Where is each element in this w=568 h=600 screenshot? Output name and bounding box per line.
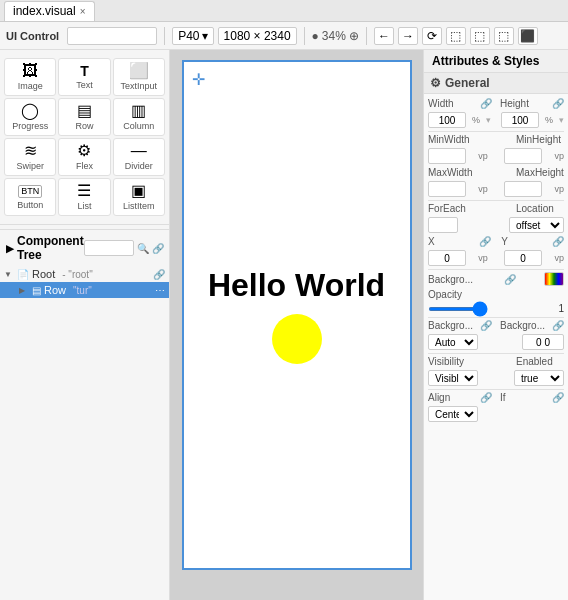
toolbar-search-input[interactable]: [67, 27, 157, 45]
bg3-input[interactable]: [522, 334, 564, 350]
tree-root-label: Root: [32, 268, 55, 280]
x-input[interactable]: [428, 250, 466, 266]
tree-chevron-row: ▶: [19, 286, 29, 295]
width-chevron[interactable]: ▾: [486, 115, 491, 125]
foreach-input[interactable]: [428, 217, 458, 233]
move-handle-icon[interactable]: ✛: [192, 70, 205, 89]
sep6: [428, 389, 564, 390]
align-label: Align: [428, 392, 476, 403]
tree-link-icon[interactable]: 🔗: [152, 243, 164, 254]
opacity-slider-row: 1: [428, 303, 564, 314]
tree-row-options-icon[interactable]: ⋯: [155, 285, 165, 296]
width-input[interactable]: [428, 112, 466, 128]
redo-btn[interactable]: →: [398, 27, 418, 45]
tree-header: ▶ Component Tree 🔍 🔗: [0, 230, 169, 266]
panel-divider: [0, 224, 169, 225]
maxwidth-unit: vp: [478, 184, 488, 194]
align-link-icon[interactable]: 🔗: [480, 392, 492, 403]
view-btn4[interactable]: ⬛: [518, 27, 538, 45]
align-select[interactable]: Center: [428, 406, 478, 422]
button-icon: BTN: [18, 185, 42, 198]
undo-icon: ←: [378, 29, 390, 43]
component-divider[interactable]: — Divider: [113, 138, 165, 176]
row-label: Row: [75, 121, 93, 131]
minwidth-label: MinWidth: [428, 134, 476, 145]
xy-label-row: X 🔗 Y 🔗: [428, 236, 564, 247]
foreach-label: ForEach: [428, 203, 476, 214]
component-image[interactable]: 🖼 Image: [4, 58, 56, 96]
hello-world-text: Hello World: [208, 267, 385, 304]
general-section-label: ⚙ General: [424, 73, 568, 94]
view-btn2[interactable]: ⬚: [470, 27, 490, 45]
tab-index-visual[interactable]: index.visual ×: [4, 1, 95, 21]
tree-search-input[interactable]: [84, 240, 134, 256]
x-unit: vp: [478, 253, 488, 263]
component-listitem[interactable]: ▣ ListItem: [113, 178, 165, 216]
bg-label: Backgro...: [428, 274, 476, 285]
refresh-btn[interactable]: ⟳: [422, 27, 442, 45]
view-btn3[interactable]: ⬚: [494, 27, 514, 45]
height-link-icon[interactable]: 🔗: [552, 98, 564, 109]
tree-search-icon[interactable]: 🔍: [137, 243, 149, 254]
resolution-btn[interactable]: 1080 × 2340: [218, 27, 297, 45]
enabled-select[interactable]: true: [514, 370, 564, 386]
component-flex[interactable]: ⚙ Flex: [58, 138, 110, 176]
y-link-icon[interactable]: 🔗: [552, 236, 564, 247]
y-input[interactable]: [504, 250, 542, 266]
minwidth-input-row: vp vp: [428, 148, 564, 164]
tree-title-text: Component Tree: [17, 234, 84, 262]
sep3: [428, 269, 564, 270]
tree-expand-icon: ▶: [6, 243, 14, 254]
tab-close-btn[interactable]: ×: [80, 6, 86, 17]
minheight-label: MinHeight: [516, 134, 564, 145]
component-progress[interactable]: ◯ Progress: [4, 98, 56, 136]
zoom-display: ● 34% ⊕: [312, 29, 359, 43]
height-chevron[interactable]: ▾: [559, 115, 564, 125]
bg-link-icon[interactable]: 🔗: [504, 274, 516, 285]
maxheight-input[interactable]: [504, 181, 542, 197]
x-link-icon[interactable]: 🔗: [479, 236, 491, 247]
text-icon: T: [80, 64, 89, 78]
view-btn1[interactable]: ⬚: [446, 27, 466, 45]
y-unit: vp: [554, 253, 564, 263]
minheight-input[interactable]: [504, 148, 542, 164]
component-button[interactable]: BTN Button: [4, 178, 56, 216]
opacity-slider[interactable]: [428, 307, 488, 311]
visibility-select[interactable]: Visible: [428, 370, 478, 386]
width-height-row: Width 🔗 Height 🔗: [428, 98, 564, 109]
maxwidth-input-row: vp vp: [428, 181, 564, 197]
component-textinput[interactable]: ⬜ TextInput: [113, 58, 165, 96]
maxwidth-input[interactable]: [428, 181, 466, 197]
maxwidth-label-row: MaxWidth MaxHeight: [428, 167, 564, 178]
swiper-icon: ≋: [24, 143, 37, 159]
component-swiper[interactable]: ≋ Swiper: [4, 138, 56, 176]
bg2-link-icon[interactable]: 🔗: [480, 320, 492, 331]
undo-btn[interactable]: ←: [374, 27, 394, 45]
width-link-icon[interactable]: 🔗: [480, 98, 492, 109]
location-select[interactable]: offset: [509, 217, 564, 233]
toolbar: UI Control P40 ▾ 1080 × 2340 ● 34% ⊕ ← →…: [0, 22, 568, 50]
color-swatch[interactable]: [544, 272, 564, 286]
bg3-label: Backgro...: [500, 320, 548, 331]
height-input[interactable]: [501, 112, 539, 128]
minwidth-input[interactable]: [428, 148, 466, 164]
canvas-content: Hello World: [184, 62, 410, 568]
component-list[interactable]: ☰ List: [58, 178, 110, 216]
tree-root-tag: - "root": [62, 269, 92, 280]
bg3-link-icon[interactable]: 🔗: [552, 320, 564, 331]
bg2-select[interactable]: Auto: [428, 334, 478, 350]
component-column[interactable]: ▥ Column: [113, 98, 165, 136]
component-row[interactable]: ▤ Row: [58, 98, 110, 136]
minheight-unit: vp: [554, 151, 564, 161]
general-icon: ⚙: [430, 76, 441, 90]
tree-root-link-icon[interactable]: 🔗: [153, 269, 165, 280]
tree-item-root[interactable]: ▼ 📄 Root - "root" 🔗: [0, 266, 169, 282]
device-btn[interactable]: P40 ▾: [172, 27, 213, 45]
if-link-icon[interactable]: 🔗: [552, 392, 564, 403]
sep2: [428, 200, 564, 201]
tree-item-row[interactable]: ▶ ▤ Row "tur" ⋯: [0, 282, 169, 298]
component-text[interactable]: T Text: [58, 58, 110, 96]
sep1: [428, 131, 564, 132]
width-height-input-row: % ▾ % ▾: [428, 112, 564, 128]
canvas-area[interactable]: ✛ Hello World: [170, 50, 423, 600]
